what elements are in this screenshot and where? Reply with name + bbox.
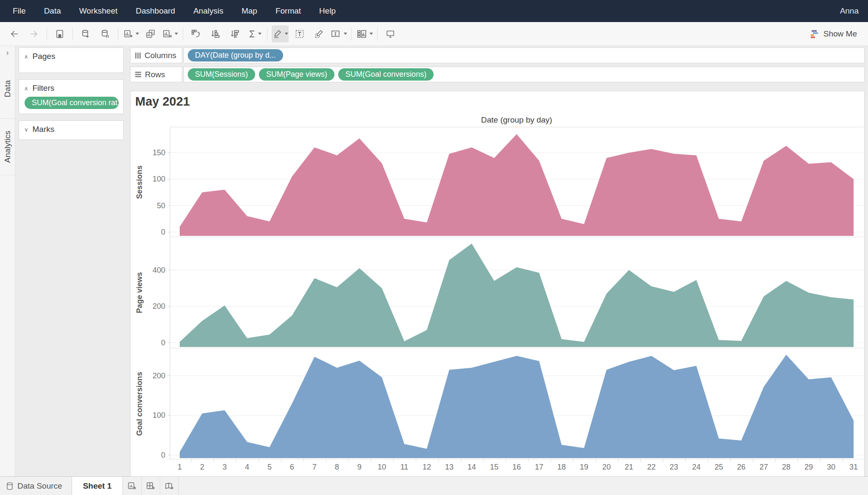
- menu-item-file[interactable]: File: [13, 6, 26, 15]
- svg-text:100: 100: [153, 175, 165, 183]
- forward-icon[interactable]: [25, 25, 42, 42]
- collapse-chevron-icon[interactable]: ∧: [24, 53, 28, 60]
- sort-ascending-icon[interactable]: [207, 25, 224, 42]
- x-axis-label: 16: [512, 463, 521, 472]
- x-axis: 1234567891011121314151617181920212223242…: [131, 459, 863, 475]
- filters-card: ∧ Filters SUM(Goal conversion rat...: [19, 79, 124, 114]
- sidebar: ∧ Pages ∧ Filters SUM(Goal conversion ra…: [15, 46, 127, 476]
- x-axis-label: 4: [245, 463, 249, 472]
- fit-icon[interactable]: [330, 25, 347, 42]
- dropdown-caret-icon: [175, 33, 178, 35]
- toolbar-divider: [267, 28, 267, 40]
- totals-icon[interactable]: [246, 25, 263, 42]
- tab-data[interactable]: Data: [0, 59, 15, 119]
- show-me-button[interactable]: Show Me: [805, 27, 862, 41]
- rows-pill[interactable]: SUM(Sessions): [188, 68, 255, 81]
- x-axis-label: 18: [557, 463, 566, 472]
- x-axis-tick: [461, 459, 461, 462]
- menu-item-help[interactable]: Help: [319, 6, 336, 15]
- x-axis-tick: [685, 459, 686, 462]
- new-datasource-icon[interactable]: [77, 25, 94, 42]
- sort-descending-icon[interactable]: [226, 25, 243, 42]
- new-worksheet-icon[interactable]: [122, 25, 139, 42]
- x-axis-label: 17: [535, 463, 543, 472]
- x-axis-label: 5: [267, 463, 272, 472]
- marks-card: ∨ Marks: [19, 120, 124, 140]
- highlight-icon[interactable]: [272, 25, 289, 42]
- x-axis-tick: [259, 459, 259, 462]
- x-axis-label: 2: [200, 463, 204, 472]
- presentation-mode-icon[interactable]: [382, 25, 399, 42]
- duplicate-sheet-icon[interactable]: [142, 25, 159, 42]
- collapse-chevron-icon[interactable]: ∧: [24, 85, 28, 92]
- menu-item-worksheet[interactable]: Worksheet: [79, 6, 117, 15]
- menu-item-dashboard[interactable]: Dashboard: [136, 6, 175, 15]
- rows-pill[interactable]: SUM(Page views): [259, 68, 334, 81]
- x-axis-tick: [753, 459, 753, 462]
- menu-item-format[interactable]: Format: [275, 6, 301, 15]
- x-axis-label: 14: [467, 463, 476, 472]
- x-axis-label: 13: [445, 463, 453, 472]
- svg-text:200: 200: [153, 372, 165, 380]
- content-area: Columns DAY(Date (group by d... Rows SUM…: [127, 46, 868, 476]
- show-hide-cards-icon[interactable]: [356, 25, 373, 42]
- user-name[interactable]: Anna: [840, 6, 859, 16]
- svg-text:400: 400: [153, 266, 165, 274]
- back-icon[interactable]: [6, 25, 23, 42]
- area-chart-page-views[interactable]: 0200400Page views: [131, 237, 863, 348]
- x-axis-tick: [640, 459, 641, 462]
- new-worksheet-icon[interactable]: [123, 477, 142, 495]
- sheet-tab[interactable]: Sheet 1: [72, 477, 123, 495]
- x-axis-label: 22: [647, 463, 656, 472]
- x-axis-label: 29: [804, 463, 813, 472]
- rows-pill[interactable]: SUM(Goal conversions): [338, 68, 434, 81]
- menu-item-data[interactable]: Data: [44, 6, 61, 15]
- toolbar-divider: [72, 28, 73, 40]
- x-axis-tick: [326, 459, 326, 462]
- x-axis-tick: [371, 459, 371, 462]
- x-axis-label: 23: [670, 463, 678, 472]
- show-mark-labels-icon[interactable]: [291, 25, 308, 42]
- x-axis-tick: [618, 459, 618, 462]
- save-icon[interactable]: [51, 25, 68, 42]
- columns-pill[interactable]: DAY(Date (group by d...: [188, 49, 283, 62]
- expand-pane-icon[interactable]: ›: [0, 46, 15, 59]
- x-axis-label: 28: [782, 463, 790, 472]
- svg-text:0: 0: [161, 451, 165, 459]
- new-dashboard-icon[interactable]: [142, 477, 160, 495]
- x-axis-tick: [798, 459, 798, 462]
- marks-title: Marks: [33, 125, 55, 134]
- x-axis-label: 30: [827, 463, 835, 472]
- x-axis-tick: [528, 459, 529, 462]
- x-axis-label: 1: [178, 463, 182, 472]
- menu-item-map[interactable]: Map: [242, 6, 257, 15]
- x-axis-label: 31: [849, 463, 858, 472]
- x-axis-label: 26: [737, 463, 746, 472]
- x-axis-tick: [236, 459, 236, 462]
- data-source-tab[interactable]: Data Source: [0, 477, 72, 495]
- x-axis-tick: [438, 459, 439, 462]
- format-icon[interactable]: [311, 25, 328, 42]
- menu-item-analysis[interactable]: Analysis: [193, 6, 223, 15]
- pause-updates-icon[interactable]: [97, 25, 114, 42]
- clear-sheet-icon[interactable]: [161, 25, 178, 42]
- expand-chevron-icon[interactable]: ∨: [24, 126, 28, 133]
- swap-axes-icon[interactable]: [187, 25, 204, 42]
- new-story-icon[interactable]: [160, 477, 179, 495]
- x-axis-tick: [730, 459, 731, 462]
- x-axis-label: 19: [580, 463, 588, 472]
- filter-pill[interactable]: SUM(Goal conversion rat...: [25, 97, 119, 109]
- side-strip: › Data Analytics: [0, 46, 15, 476]
- x-axis-label: 20: [602, 463, 611, 472]
- area-chart-sessions[interactable]: 050100150Sessions: [131, 127, 863, 237]
- toolbar-divider: [351, 28, 352, 40]
- svg-text:150: 150: [153, 148, 165, 157]
- svg-text:50: 50: [157, 201, 165, 210]
- area-chart-goal-conversions[interactable]: 0100200Goal conversions: [131, 348, 863, 459]
- x-axis-tick: [506, 459, 506, 462]
- x-axis-label: 7: [312, 463, 317, 472]
- tab-analytics-label: Analytics: [3, 131, 12, 163]
- x-axis-tick: [191, 459, 192, 462]
- tab-analytics[interactable]: Analytics: [0, 119, 15, 175]
- x-axis-tick: [708, 459, 708, 462]
